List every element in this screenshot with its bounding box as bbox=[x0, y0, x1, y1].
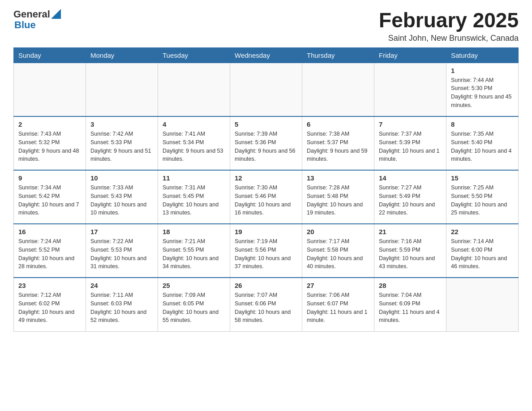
calendar-cell: 7Sunrise: 7:37 AMSunset: 5:39 PMDaylight… bbox=[374, 116, 446, 170]
calendar-cell: 4Sunrise: 7:41 AMSunset: 5:34 PMDaylight… bbox=[158, 116, 230, 170]
calendar-header-row: Sunday Monday Tuesday Wednesday Thursday… bbox=[14, 47, 519, 63]
logo-blue-text: Blue bbox=[14, 20, 61, 30]
day-number: 9 bbox=[18, 174, 81, 182]
day-number: 28 bbox=[379, 282, 442, 289]
day-info: Sunrise: 7:11 AMSunset: 6:03 PMDaylight:… bbox=[90, 291, 153, 325]
calendar-cell bbox=[158, 63, 230, 116]
day-number: 4 bbox=[163, 120, 225, 128]
day-info: Sunrise: 7:38 AMSunset: 5:37 PMDaylight:… bbox=[307, 130, 369, 163]
day-info: Sunrise: 7:04 AMSunset: 6:09 PMDaylight:… bbox=[379, 291, 442, 325]
calendar-cell: 15Sunrise: 7:25 AMSunset: 5:50 PMDayligh… bbox=[446, 170, 519, 224]
day-info: Sunrise: 7:09 AMSunset: 6:05 PMDaylight:… bbox=[163, 291, 225, 325]
day-info: Sunrise: 7:16 AMSunset: 5:59 PMDaylight:… bbox=[379, 237, 442, 271]
month-title: February 2025 bbox=[379, 9, 519, 32]
calendar-cell: 2Sunrise: 7:43 AMSunset: 5:32 PMDaylight… bbox=[14, 116, 86, 170]
day-number: 13 bbox=[307, 174, 369, 182]
calendar-cell bbox=[14, 63, 86, 116]
day-number: 1 bbox=[451, 67, 514, 74]
header-sunday: Sunday bbox=[14, 47, 86, 63]
calendar-cell: 27Sunrise: 7:06 AMSunset: 6:07 PMDayligh… bbox=[302, 278, 374, 331]
calendar-cell: 23Sunrise: 7:12 AMSunset: 6:02 PMDayligh… bbox=[14, 278, 86, 331]
calendar-cell: 13Sunrise: 7:28 AMSunset: 5:48 PMDayligh… bbox=[302, 170, 374, 224]
calendar-cell: 18Sunrise: 7:21 AMSunset: 5:55 PMDayligh… bbox=[158, 224, 230, 278]
calendar-cell: 6Sunrise: 7:38 AMSunset: 5:37 PMDaylight… bbox=[302, 116, 374, 170]
calendar-cell: 14Sunrise: 7:27 AMSunset: 5:49 PMDayligh… bbox=[374, 170, 446, 224]
calendar-cell: 3Sunrise: 7:42 AMSunset: 5:33 PMDaylight… bbox=[86, 116, 158, 170]
day-info: Sunrise: 7:25 AMSunset: 5:50 PMDaylight:… bbox=[451, 184, 514, 217]
day-info: Sunrise: 7:41 AMSunset: 5:34 PMDaylight:… bbox=[163, 130, 225, 163]
calendar-cell: 24Sunrise: 7:11 AMSunset: 6:03 PMDayligh… bbox=[86, 278, 158, 331]
calendar-cell: 19Sunrise: 7:19 AMSunset: 5:56 PMDayligh… bbox=[230, 224, 302, 278]
day-number: 18 bbox=[163, 228, 225, 235]
header-thursday: Thursday bbox=[302, 47, 374, 63]
calendar-cell bbox=[374, 63, 446, 116]
day-number: 16 bbox=[18, 228, 81, 235]
day-number: 3 bbox=[90, 120, 153, 128]
day-number: 19 bbox=[235, 228, 297, 235]
header-saturday: Saturday bbox=[446, 47, 519, 63]
day-info: Sunrise: 7:17 AMSunset: 5:58 PMDaylight:… bbox=[307, 237, 369, 271]
header-tuesday: Tuesday bbox=[158, 47, 230, 63]
calendar-cell: 16Sunrise: 7:24 AMSunset: 5:52 PMDayligh… bbox=[14, 224, 86, 278]
day-number: 8 bbox=[451, 120, 514, 128]
day-info: Sunrise: 7:33 AMSunset: 5:43 PMDaylight:… bbox=[90, 184, 153, 217]
day-info: Sunrise: 7:44 AMSunset: 5:30 PMDaylight:… bbox=[451, 76, 514, 110]
calendar-week-row: 23Sunrise: 7:12 AMSunset: 6:02 PMDayligh… bbox=[14, 278, 519, 331]
header-friday: Friday bbox=[374, 47, 446, 63]
day-info: Sunrise: 7:39 AMSunset: 5:36 PMDaylight:… bbox=[235, 130, 297, 163]
header-wednesday: Wednesday bbox=[230, 47, 302, 63]
day-info: Sunrise: 7:22 AMSunset: 5:53 PMDaylight:… bbox=[90, 237, 153, 271]
day-number: 24 bbox=[90, 282, 153, 289]
day-info: Sunrise: 7:12 AMSunset: 6:02 PMDaylight:… bbox=[18, 291, 81, 325]
calendar-cell: 28Sunrise: 7:04 AMSunset: 6:09 PMDayligh… bbox=[374, 278, 446, 331]
logo: General Blue bbox=[13, 9, 61, 30]
calendar-cell: 1Sunrise: 7:44 AMSunset: 5:30 PMDaylight… bbox=[446, 63, 519, 116]
day-number: 6 bbox=[307, 120, 369, 128]
day-number: 22 bbox=[451, 228, 514, 235]
day-number: 21 bbox=[379, 228, 442, 235]
day-info: Sunrise: 7:21 AMSunset: 5:55 PMDaylight:… bbox=[163, 237, 225, 271]
calendar-cell: 25Sunrise: 7:09 AMSunset: 6:05 PMDayligh… bbox=[158, 278, 230, 331]
calendar-week-row: 2Sunrise: 7:43 AMSunset: 5:32 PMDaylight… bbox=[14, 116, 519, 170]
day-info: Sunrise: 7:27 AMSunset: 5:49 PMDaylight:… bbox=[379, 184, 442, 217]
calendar-week-row: 9Sunrise: 7:34 AMSunset: 5:42 PMDaylight… bbox=[14, 170, 519, 224]
day-info: Sunrise: 7:28 AMSunset: 5:48 PMDaylight:… bbox=[307, 184, 369, 217]
day-info: Sunrise: 7:42 AMSunset: 5:33 PMDaylight:… bbox=[90, 130, 153, 163]
day-info: Sunrise: 7:24 AMSunset: 5:52 PMDaylight:… bbox=[18, 237, 81, 271]
day-number: 20 bbox=[307, 228, 369, 235]
day-info: Sunrise: 7:30 AMSunset: 5:46 PMDaylight:… bbox=[235, 184, 297, 217]
day-number: 5 bbox=[235, 120, 297, 128]
calendar-cell bbox=[86, 63, 158, 116]
day-number: 25 bbox=[163, 282, 225, 289]
calendar-table: Sunday Monday Tuesday Wednesday Thursday… bbox=[13, 47, 519, 332]
calendar-cell: 10Sunrise: 7:33 AMSunset: 5:43 PMDayligh… bbox=[86, 170, 158, 224]
day-number: 14 bbox=[379, 174, 442, 182]
calendar-cell: 5Sunrise: 7:39 AMSunset: 5:36 PMDaylight… bbox=[230, 116, 302, 170]
calendar-cell: 21Sunrise: 7:16 AMSunset: 5:59 PMDayligh… bbox=[374, 224, 446, 278]
calendar-cell: 26Sunrise: 7:07 AMSunset: 6:06 PMDayligh… bbox=[230, 278, 302, 331]
calendar-week-row: 1Sunrise: 7:44 AMSunset: 5:30 PMDaylight… bbox=[14, 63, 519, 116]
day-info: Sunrise: 7:14 AMSunset: 6:00 PMDaylight:… bbox=[451, 237, 514, 271]
calendar-cell: 20Sunrise: 7:17 AMSunset: 5:58 PMDayligh… bbox=[302, 224, 374, 278]
day-number: 17 bbox=[90, 228, 153, 235]
day-number: 26 bbox=[235, 282, 297, 289]
day-number: 15 bbox=[451, 174, 514, 182]
calendar-cell bbox=[446, 278, 519, 331]
day-info: Sunrise: 7:06 AMSunset: 6:07 PMDaylight:… bbox=[307, 291, 369, 325]
header-monday: Monday bbox=[86, 47, 158, 63]
calendar-cell bbox=[302, 63, 374, 116]
day-info: Sunrise: 7:19 AMSunset: 5:56 PMDaylight:… bbox=[235, 237, 297, 271]
calendar-cell bbox=[230, 63, 302, 116]
day-info: Sunrise: 7:35 AMSunset: 5:40 PMDaylight:… bbox=[451, 130, 514, 163]
day-info: Sunrise: 7:31 AMSunset: 5:45 PMDaylight:… bbox=[163, 184, 225, 217]
page-header: General Blue February 2025 Saint John, N… bbox=[13, 9, 519, 43]
location-text: Saint John, New Brunswick, Canada bbox=[379, 34, 519, 43]
calendar-cell: 17Sunrise: 7:22 AMSunset: 5:53 PMDayligh… bbox=[86, 224, 158, 278]
svg-marker-0 bbox=[51, 9, 61, 19]
day-info: Sunrise: 7:37 AMSunset: 5:39 PMDaylight:… bbox=[379, 130, 442, 163]
calendar-cell: 8Sunrise: 7:35 AMSunset: 5:40 PMDaylight… bbox=[446, 116, 519, 170]
day-info: Sunrise: 7:07 AMSunset: 6:06 PMDaylight:… bbox=[235, 291, 297, 325]
calendar-week-row: 16Sunrise: 7:24 AMSunset: 5:52 PMDayligh… bbox=[14, 224, 519, 278]
day-number: 12 bbox=[235, 174, 297, 182]
day-info: Sunrise: 7:34 AMSunset: 5:42 PMDaylight:… bbox=[18, 184, 81, 217]
